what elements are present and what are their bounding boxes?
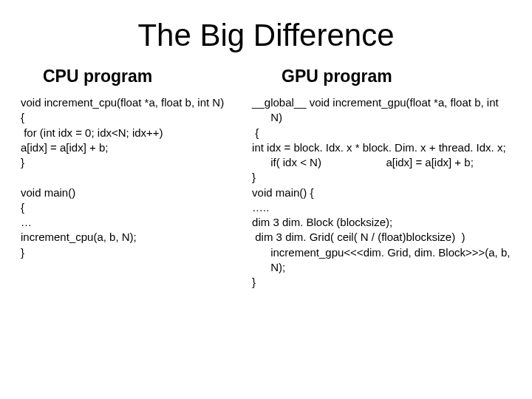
right-column: GPU program __global__ void increment_gp… xyxy=(252,66,511,290)
left-column: CPU program void increment_cpu(float *a,… xyxy=(21,66,246,290)
cpu-code: void increment_cpu(float *a, float b, in… xyxy=(21,95,246,260)
slide: The Big Difference CPU program void incr… xyxy=(0,0,532,399)
columns: CPU program void increment_cpu(float *a,… xyxy=(21,66,511,290)
slide-title: The Big Difference xyxy=(21,18,511,53)
cpu-heading: CPU program xyxy=(21,66,246,86)
gpu-code: __global__ void increment_gpu(float *a, … xyxy=(252,95,511,290)
gpu-heading: GPU program xyxy=(252,66,511,86)
